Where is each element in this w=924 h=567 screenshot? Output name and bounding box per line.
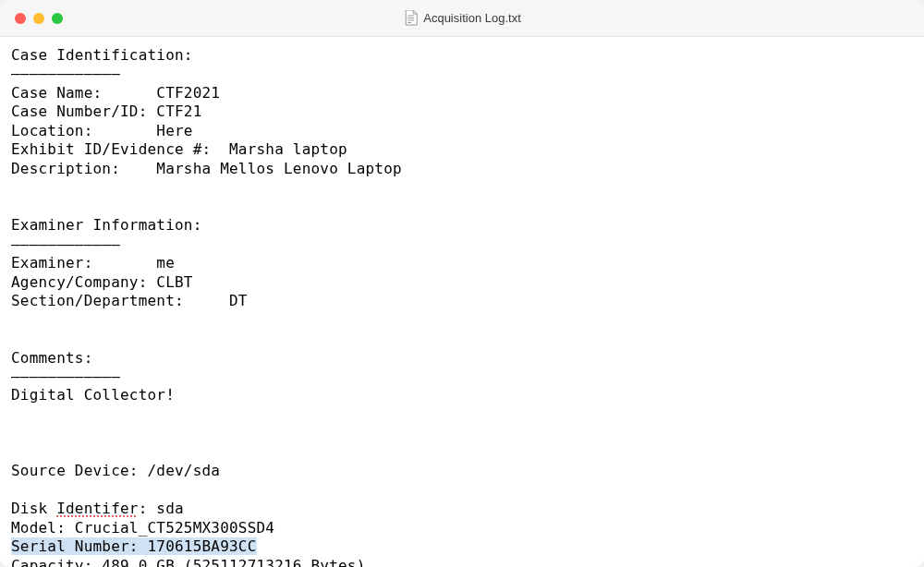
traffic-lights bbox=[15, 13, 63, 24]
exhibit-label: Exhibit ID/Evidence #: bbox=[11, 140, 229, 158]
agency-value: CLBT bbox=[156, 273, 192, 291]
text-content[interactable]: Case Identification: ———————————— Case N… bbox=[0, 37, 924, 567]
source-device-label: Source Device: bbox=[11, 462, 148, 479]
exhibit-value: Marsha laptop bbox=[229, 140, 347, 158]
case-name-value: CTF2021 bbox=[156, 84, 220, 102]
disk-id-value: sda bbox=[156, 500, 184, 517]
close-icon[interactable] bbox=[15, 13, 26, 24]
case-id-header: Case Identification: bbox=[11, 46, 193, 64]
minimize-icon[interactable] bbox=[33, 13, 44, 24]
serial-label: Serial Number: bbox=[11, 537, 148, 555]
case-number-value: CTF21 bbox=[156, 103, 201, 120]
case-name-label: Case Name: bbox=[11, 84, 156, 102]
disk-id-label-1: Disk bbox=[11, 500, 56, 517]
description-label: Description: bbox=[11, 160, 156, 177]
maximize-icon[interactable] bbox=[52, 13, 63, 24]
agency-label: Agency/Company: bbox=[11, 273, 156, 291]
section-label: Section/Department: bbox=[11, 292, 229, 309]
comments-header: Comments: bbox=[11, 349, 93, 367]
location-value: Here bbox=[156, 122, 192, 139]
capacity-value: 489.0 GB (525112713216 Bytes) bbox=[102, 557, 365, 567]
text-file-icon bbox=[403, 11, 418, 26]
disk-id-label-2: : bbox=[139, 500, 157, 517]
location-label: Location: bbox=[11, 122, 156, 139]
window-title-container: Acquisition Log.txt bbox=[403, 11, 521, 26]
model-label: Model: bbox=[11, 519, 75, 537]
description-value: Marsha Mellos Lenovo Laptop bbox=[156, 160, 402, 177]
examiner-info-divider: ———————————— bbox=[11, 235, 120, 253]
examiner-info-header: Examiner Information: bbox=[11, 216, 202, 234]
capacity-label: Capacity: bbox=[11, 557, 102, 567]
examiner-label: Examiner: bbox=[11, 254, 156, 271]
case-id-divider: ———————————— bbox=[11, 65, 120, 82]
disk-id-spellcheck: Identifer bbox=[56, 500, 139, 517]
examiner-value: me bbox=[156, 254, 175, 271]
section-value: DT bbox=[229, 292, 248, 309]
titlebar: Acquisition Log.txt bbox=[0, 0, 924, 37]
window: Acquisition Log.txt Case Identification:… bbox=[0, 0, 924, 567]
source-device-value: /dev/sda bbox=[148, 462, 221, 479]
comments-value: Digital Collector! bbox=[11, 386, 175, 404]
case-number-label: Case Number/ID: bbox=[11, 103, 156, 120]
serial-line-highlighted: Serial Number: 170615BA93CC bbox=[11, 537, 257, 555]
serial-value: 170615BA93CC bbox=[148, 537, 257, 555]
model-value: Crucial_CT525MX300SSD4 bbox=[75, 519, 274, 537]
window-title: Acquisition Log.txt bbox=[423, 11, 521, 25]
comments-divider: ———————————— bbox=[11, 368, 120, 385]
